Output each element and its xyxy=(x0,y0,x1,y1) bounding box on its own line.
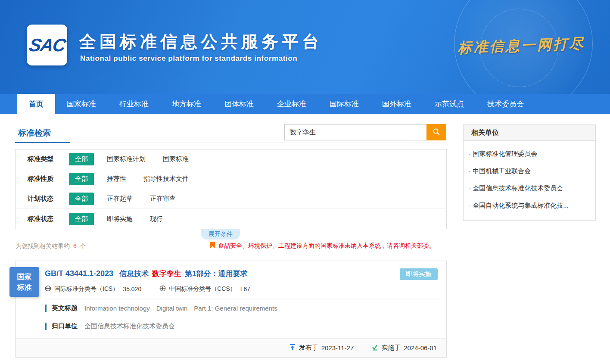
filter-all-button[interactable]: 全部 xyxy=(69,193,94,205)
site-slogan: 标准信息一网打尽 xyxy=(457,34,585,58)
filter-option[interactable]: 推荐性 xyxy=(107,175,126,183)
notice-text: 食品安全、环境保护、工程建设方面的国家标准未纳入本系统，请咨询相关部委。 xyxy=(218,242,435,250)
section-divider xyxy=(15,143,447,143)
compass-icon xyxy=(159,285,166,293)
badge-line2: 标准 xyxy=(17,282,32,293)
filter-label: 标准状态 xyxy=(28,215,69,223)
site-header: SAC 全国标准信息公共服务平台 National public service… xyxy=(0,0,610,94)
card-footer: 发布于 2023-11-27 实施于 2024-06-01 xyxy=(16,338,446,357)
expand-conditions-button[interactable]: 展开条件 xyxy=(201,229,240,240)
filter-option[interactable]: 国家标准 xyxy=(163,155,189,163)
field-accent-bar xyxy=(45,305,47,312)
field-accent-bar xyxy=(45,323,47,330)
standard-result-card: 国家 标准 GB/T 43441.1-2023 信息技术 数字孪生 第1部分：通… xyxy=(15,261,447,358)
bookmark-icon xyxy=(210,241,215,250)
filter-option[interactable]: 即将实施 xyxy=(107,215,133,223)
standard-title-part1: 信息技术 xyxy=(119,269,149,279)
standard-title-highlight: 数字孪生 xyxy=(152,269,181,279)
ics-label: 国际标准分类号（ICS） xyxy=(54,285,118,293)
filter-row-standard-status: 标准状态 全部 即将实施 现行 xyxy=(16,209,446,229)
section-title-underline xyxy=(15,142,70,143)
results-summary-prefix: 为您找到相关结果约 xyxy=(16,243,70,249)
filter-option[interactable]: 指导性技术文件 xyxy=(143,175,189,183)
system-notice: 食品安全、环境保护、工程建设方面的国家标准未纳入本系统，请咨询相关部委。 xyxy=(210,241,435,250)
standard-code: GB/T 43441.1-2023 xyxy=(45,269,113,278)
sidebar-item-it-standardization-committee[interactable]: 全国信息技术标准化技术委员会 xyxy=(464,180,595,197)
ccs-label: 中国标准分类号（CCS） xyxy=(169,285,236,293)
filter-option[interactable]: 国家标准计划 xyxy=(107,155,146,163)
published-label: 发布于 xyxy=(299,344,318,352)
nav-item-local-standards[interactable]: 地方标准 xyxy=(160,94,213,114)
nav-item-industry-standards[interactable]: 行业标准 xyxy=(108,94,160,114)
badge-line1: 国家 xyxy=(17,271,32,282)
sac-logo-text: SAC xyxy=(27,35,66,56)
ccs-value: L67 xyxy=(240,286,250,292)
nav-item-international-standards[interactable]: 国际标准 xyxy=(318,94,370,114)
implemented-date: 2024-06-01 xyxy=(404,344,437,352)
filter-all-button[interactable]: 全部 xyxy=(69,213,94,225)
implemented-label: 实施于 xyxy=(381,344,401,352)
filter-label: 标准性质 xyxy=(28,175,69,183)
sidebar-title: 相关单位 xyxy=(463,124,596,141)
nav-item-pilot[interactable]: 示范试点 xyxy=(423,94,476,114)
published-date: 2023-11-27 xyxy=(321,344,354,352)
classification-row: 国际标准分类号（ICS） 35.020 中国标准分类号（CCS） L67 xyxy=(45,285,250,293)
site-subtitle: National public service platform for sta… xyxy=(80,54,297,63)
filter-label: 计划状态 xyxy=(28,195,69,203)
standard-title-link[interactable]: GB/T 43441.1-2023 信息技术 数字孪生 第1部分：通用要求 xyxy=(45,269,251,279)
standard-title-part2: 第1部分：通用要求 xyxy=(185,269,247,279)
sidebar-item-machinery-federation[interactable]: 中国机械工业联合会 xyxy=(464,162,595,180)
globe-icon xyxy=(45,285,51,293)
results-count: 6 xyxy=(73,243,77,249)
filter-row-standard-nature: 标准性质 全部 推荐性 指导性技术文件 xyxy=(16,169,446,189)
implemented-info: 实施于 2024-06-01 xyxy=(368,344,437,352)
nav-item-home[interactable]: 首页 xyxy=(17,94,55,114)
card-divider xyxy=(45,299,439,299)
filter-panel: 标准类型 全部 国家标准计划 国家标准 标准性质 全部 推荐性 指导性技术文件 … xyxy=(15,149,447,229)
nav-item-group-standards[interactable]: 团体标准 xyxy=(213,94,265,114)
nav-item-national-standards[interactable]: 国家标准 xyxy=(55,94,108,114)
nav-item-technical-committee[interactable]: 技术委员会 xyxy=(476,94,535,114)
search-icon xyxy=(432,128,441,137)
filter-option[interactable]: 正在审查 xyxy=(150,195,176,203)
english-title-value: Information technology—Digital twin—Part… xyxy=(84,305,277,312)
dept-value[interactable]: 全国信息技术标准化技术委员会 xyxy=(84,322,175,330)
filter-option[interactable]: 现行 xyxy=(150,215,163,223)
main-nav: 首页 国家标准 行业标准 地方标准 团体标准 企业标准 国际标准 国外标准 示范… xyxy=(0,94,610,114)
filter-row-standard-type: 标准类型 全部 国家标准计划 国家标准 xyxy=(16,149,446,169)
results-summary-suffix: 个 xyxy=(80,243,86,249)
filter-label: 标准类型 xyxy=(28,155,69,163)
search-bar xyxy=(284,124,446,140)
dept-label: 归口单位 xyxy=(52,322,78,330)
published-info: 发布于 2023-11-27 xyxy=(286,344,354,352)
sidebar-list: 国家标准化管理委员会 中国机械工业联合会 全国信息技术标准化技术委员会 全国自动… xyxy=(463,141,596,221)
publish-icon xyxy=(289,344,296,352)
nav-item-enterprise-standards[interactable]: 企业标准 xyxy=(265,94,318,114)
site-title: 全国标准信息公共服务平台 xyxy=(79,30,322,53)
check-icon xyxy=(371,344,378,352)
english-title-row: 英文标题 Information technology—Digital twin… xyxy=(45,304,277,312)
section-title-standard-search: 标准检索 xyxy=(18,128,51,139)
related-units-sidebar: 相关单位 国家标准化管理委员会 中国机械工业联合会 全国信息技术标准化技术委员会… xyxy=(463,124,596,221)
search-button[interactable] xyxy=(426,124,446,140)
ics-value: 35.020 xyxy=(123,286,141,292)
dept-row: 归口单位 全国信息技术标准化技术委员会 xyxy=(45,322,175,330)
english-title-label: 英文标题 xyxy=(52,304,78,312)
sidebar-item-automation-systems-committee[interactable]: 全国自动化系统与集成标准化技... xyxy=(464,197,595,214)
search-input[interactable] xyxy=(284,124,426,140)
sac-logo: SAC xyxy=(27,25,67,65)
status-badge: 即将实施 xyxy=(400,268,438,280)
sidebar-item-sac[interactable]: 国家标准化管理委员会 xyxy=(464,145,595,162)
filter-option[interactable]: 正在起草 xyxy=(107,195,133,203)
filter-row-plan-status: 计划状态 全部 正在起草 正在审查 xyxy=(16,189,446,209)
filter-all-button[interactable]: 全部 xyxy=(69,153,94,165)
results-summary: 为您找到相关结果约 6 个 xyxy=(16,243,86,250)
filter-all-button[interactable]: 全部 xyxy=(69,173,94,185)
standard-type-badge: 国家 标准 xyxy=(9,267,39,297)
nav-item-foreign-standards[interactable]: 国外标准 xyxy=(370,94,423,114)
